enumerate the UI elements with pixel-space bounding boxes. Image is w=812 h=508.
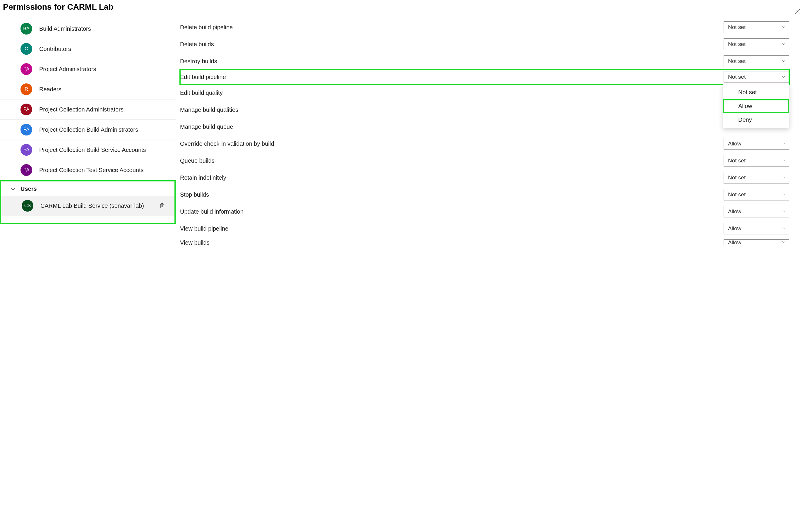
users-section-header[interactable]: Users [1, 181, 174, 196]
dropdown-option-deny[interactable]: Deny [723, 113, 789, 127]
permission-dropdown[interactable]: Allow [724, 223, 789, 235]
identity-list-panel: BA Build Administrators C Contributors P… [0, 19, 176, 246]
permission-row: Manage build qualities [180, 101, 789, 118]
permission-dropdown[interactable]: Not set [724, 155, 789, 167]
dropdown-value: Not set [728, 74, 745, 80]
chevron-down-icon [781, 41, 786, 48]
avatar: CS [22, 200, 33, 212]
avatar: PA [21, 103, 32, 115]
permission-row: View build pipeline Allow [180, 220, 789, 237]
permission-label: Queue builds [180, 158, 214, 164]
permission-row: Manage build queue [180, 118, 789, 135]
user-label: CARML Lab Build Service (senavar-lab) [40, 203, 144, 209]
avatar: PA [21, 63, 32, 75]
permission-dropdown[interactable]: Not set [724, 22, 789, 33]
chevron-down-icon [781, 158, 786, 164]
dropdown-option-not-set[interactable]: Not set [723, 85, 789, 99]
permission-row: Retain indefinitely Not set [180, 169, 789, 186]
permission-row: View builds Allow [180, 237, 789, 246]
permission-row: Queue builds Not set [180, 152, 789, 169]
group-label: Contributors [39, 46, 71, 52]
permission-label: Update build information [180, 208, 244, 215]
permission-dropdown[interactable]: Not set [724, 71, 789, 83]
chevron-down-icon [781, 239, 786, 246]
dropdown-value: Not set [728, 41, 745, 47]
chevron-down-icon [781, 140, 786, 147]
permission-label: Delete builds [180, 41, 214, 48]
permission-dropdown-menu: Not set Allow Deny [723, 84, 789, 128]
permission-dropdown[interactable]: Not set [724, 55, 789, 67]
dropdown-value: Allow [728, 225, 741, 232]
permission-row: Delete build pipeline Not set [180, 19, 789, 36]
dropdown-value: Not set [728, 158, 745, 164]
close-button[interactable] [791, 6, 803, 17]
permission-dropdown[interactable]: Allow [724, 206, 789, 217]
permission-dropdown[interactable]: Not set [724, 189, 789, 201]
permission-label: Manage build qualities [180, 107, 238, 113]
permission-label: Edit build pipeline [180, 74, 226, 81]
permission-dropdown[interactable]: Allow [724, 239, 789, 245]
permission-dropdown[interactable]: Not set [724, 172, 789, 183]
dropdown-value: Allow [728, 239, 741, 246]
permission-label: Destroy builds [180, 58, 217, 65]
permission-label: Retain indefinitely [180, 174, 226, 181]
permission-label: View builds [180, 239, 210, 246]
svg-rect-2 [160, 204, 164, 208]
permission-label: Override check-in validation by build [180, 140, 274, 147]
group-item[interactable]: PA Project Collection Build Service Acco… [0, 140, 176, 160]
section-label: Users [21, 185, 37, 192]
dropdown-value: Not set [728, 58, 745, 65]
users-section-highlight: Users CS CARML Lab Build Service (senava… [0, 180, 176, 224]
permission-dropdown[interactable]: Not set [724, 38, 789, 50]
permission-row-edit-build-pipeline: Edit build pipeline Not set Not set Allo… [180, 70, 789, 84]
avatar: C [21, 43, 32, 55]
group-item[interactable]: PA Project Collection Test Service Accou… [0, 160, 176, 180]
dropdown-value: Not set [728, 174, 745, 181]
group-item[interactable]: BA Build Administrators [0, 19, 176, 39]
permission-row: Override check-in validation by build Al… [180, 135, 789, 152]
close-icon [794, 8, 801, 15]
permission-label: Stop builds [180, 192, 209, 198]
trash-icon [159, 203, 165, 209]
chevron-down-icon [781, 208, 786, 215]
group-label: Project Collection Build Service Account… [39, 146, 146, 153]
avatar: PA [21, 164, 32, 176]
chevron-down-icon [781, 74, 786, 81]
group-item[interactable]: PA Project Collection Build Administrato… [0, 120, 176, 140]
permission-label: Edit build quality [180, 90, 223, 96]
group-item[interactable]: R Readers [0, 79, 176, 99]
group-label: Build Administrators [39, 26, 91, 32]
page-title: Permissions for CARML Lab [0, 0, 812, 19]
chevron-down-icon [781, 192, 786, 198]
group-item[interactable]: PA Project Collection Administrators [0, 99, 176, 120]
permissions-panel: Delete build pipeline Not set Delete bui… [176, 19, 812, 246]
permission-row: Update build information Allow [180, 203, 789, 220]
chevron-down-icon [781, 24, 786, 31]
dropdown-value: Allow [728, 208, 741, 215]
group-item[interactable]: C Contributors [0, 39, 176, 59]
group-label: Project Collection Test Service Accounts [39, 167, 144, 173]
permission-row: Destroy builds Not set [180, 53, 789, 70]
dropdown-value: Allow [728, 140, 741, 147]
avatar: R [21, 83, 32, 95]
group-label: Readers [39, 86, 62, 93]
chevron-down-icon [10, 186, 16, 192]
permission-row: Edit build quality [180, 84, 789, 101]
permission-label: View build pipeline [180, 225, 228, 232]
delete-button[interactable] [159, 203, 165, 209]
permission-label: Manage build queue [180, 124, 233, 130]
group-item[interactable]: PA Project Administrators [0, 59, 176, 79]
avatar: PA [21, 144, 32, 156]
dropdown-value: Not set [728, 24, 745, 31]
chevron-down-icon [781, 58, 786, 65]
permission-row: Stop builds Not set [180, 186, 789, 203]
user-item[interactable]: CS CARML Lab Build Service (senavar-lab) [1, 196, 174, 216]
permission-dropdown[interactable]: Allow [724, 138, 789, 150]
dropdown-value: Not set [728, 192, 745, 198]
group-label: Project Collection Administrators [39, 106, 124, 113]
avatar: BA [21, 23, 32, 35]
chevron-down-icon [781, 174, 786, 181]
group-label: Project Collection Build Administrators [39, 126, 138, 133]
avatar: PA [21, 124, 32, 135]
dropdown-option-allow[interactable]: Allow [723, 99, 789, 113]
